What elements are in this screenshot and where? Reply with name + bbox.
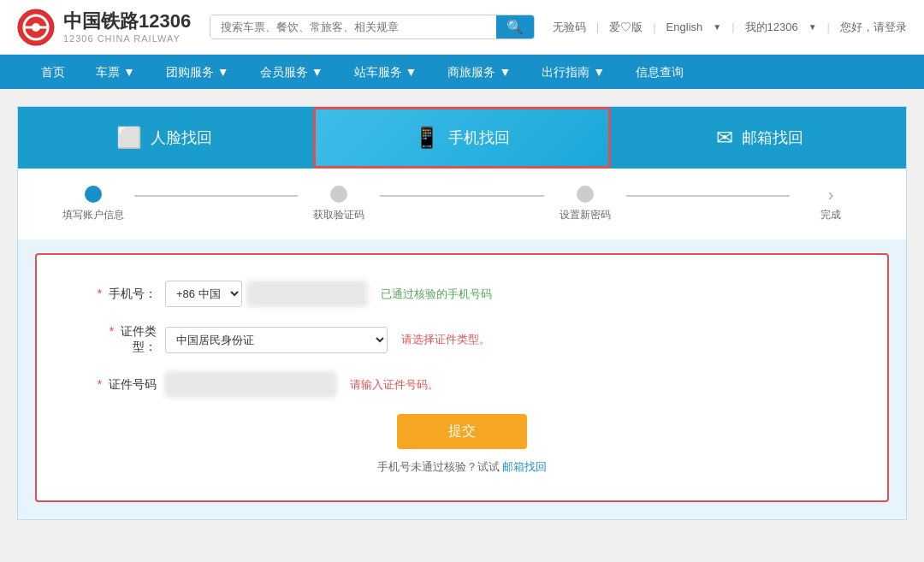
group-arrow-icon: ▼: [217, 55, 229, 89]
submit-button[interactable]: 提交: [397, 414, 527, 449]
header: 中国铁路12306 12306 CHINA RAILWAY 🔍 无验码 | 爱♡…: [0, 0, 924, 55]
nav-item-station[interactable]: 站车服务 ▼: [339, 55, 433, 89]
id-type-required-star: *: [110, 324, 114, 338]
phone-prefix-select[interactable]: +86 中国: [165, 281, 242, 307]
love-link[interactable]: 爱♡版: [609, 20, 643, 35]
footer-hint: 手机号未通过核验？试试 邮箱找回: [377, 459, 548, 475]
footer-hint-prefix: 手机号未通过核验？试试: [377, 460, 500, 473]
id-number-label: * 证件号码: [88, 377, 157, 393]
nav-item-guide[interactable]: 出行指南 ▼: [526, 55, 620, 89]
logo-text: 中国铁路12306 12306 CHINA RAILWAY: [63, 10, 191, 43]
phone-hint: 已通过核验的手机号码: [381, 287, 492, 302]
divider2: |: [653, 21, 655, 33]
id-number-hint: 请输入证件号码。: [350, 377, 439, 393]
id-type-row: * 证件类型： 中国居民身份证 请选择证件类型。: [88, 324, 836, 355]
submit-area: 提交 手机号未通过核验？试试 邮箱找回: [88, 414, 836, 475]
my-account-dropdown-icon[interactable]: ▼: [808, 22, 817, 32]
step-2-label: 获取验证码: [313, 208, 364, 222]
step-line-2: [380, 195, 544, 197]
step-line-1: [134, 195, 299, 197]
nav-item-business[interactable]: 商旅服务 ▼: [432, 55, 526, 89]
search-input[interactable]: [210, 15, 496, 38]
steps-container: 填写账户信息 获取验证码 设置新密码 › 完成: [18, 169, 906, 240]
id-type-input-group: 中国居民身份证 请选择证件类型。: [165, 327, 836, 353]
guide-arrow-icon: ▼: [593, 55, 605, 89]
tab-email-label: 邮箱找回: [742, 127, 803, 148]
tab-phone-label: 手机找回: [448, 127, 510, 148]
form-container: * 手机号： +86 中国 已通过核验的手机号码 * 证件类型： 中国居民身份证: [35, 253, 889, 502]
step-1: 填写账户信息: [52, 186, 134, 222]
email-icon: ✉: [716, 126, 733, 150]
main-content: ⬜ 人脸找回 📱 手机找回 ✉ 邮箱找回 填写账户信息 获取验证码 设置新密码: [17, 106, 907, 520]
id-number-row: * 证件号码 请输入证件号码。: [88, 372, 836, 397]
station-arrow-icon: ▼: [406, 55, 418, 89]
step-line-3: [626, 195, 791, 197]
id-type-label: * 证件类型：: [88, 324, 157, 355]
nav-bar: 首页 车票 ▼ 团购服务 ▼ 会员服务 ▼ 站车服务 ▼ 商旅服务 ▼ 出行指南…: [0, 55, 924, 89]
nav-item-member[interactable]: 会员服务 ▼: [245, 55, 339, 89]
logo-area: 中国铁路12306 12306 CHINA RAILWAY: [17, 9, 191, 46]
tickets-arrow-icon: ▼: [123, 55, 135, 89]
logo-subtitle: 12306 CHINA RAILWAY: [63, 33, 191, 44]
my-12306-link[interactable]: 我的12306: [745, 20, 798, 35]
nav-item-home[interactable]: 首页: [26, 55, 80, 89]
id-type-select[interactable]: 中国居民身份证: [165, 327, 388, 353]
nav-item-info[interactable]: 信息查询: [620, 55, 699, 89]
divider1: |: [596, 21, 599, 33]
member-arrow-icon: ▼: [311, 55, 323, 89]
step-1-label: 填写账户信息: [62, 208, 124, 222]
search-button[interactable]: 🔍: [496, 15, 534, 38]
divider4: |: [827, 21, 830, 33]
id-number-required-star: *: [98, 377, 102, 391]
tab-face-label: 人脸找回: [151, 127, 212, 148]
face-scan-icon: ⬜: [116, 126, 142, 150]
tab-email[interactable]: ✉ 邮箱找回: [614, 107, 906, 169]
phone-icon: 📱: [414, 126, 440, 150]
logo-icon: [17, 9, 55, 46]
step-1-circle: [85, 186, 102, 203]
business-arrow-icon: ▼: [499, 55, 511, 89]
phone-input-group: +86 中国 已通过核验的手机号码: [165, 281, 836, 307]
step-4-circle: ›: [822, 186, 839, 203]
phone-number-input[interactable]: [247, 281, 367, 306]
nav-item-group[interactable]: 团购服务 ▼: [151, 55, 245, 89]
language-link[interactable]: English: [666, 21, 703, 33]
step-2: 获取验证码: [298, 186, 380, 222]
step-3: 设置新密码: [544, 186, 626, 222]
id-number-input[interactable]: [165, 372, 336, 397]
header-right: 无验码 | 爱♡版 | English ▼ | 我的12306 ▼ | 您好，请…: [553, 20, 907, 35]
step-3-label: 设置新密码: [560, 208, 611, 222]
search-box: 🔍: [210, 15, 535, 39]
language-dropdown-icon[interactable]: ▼: [713, 22, 721, 32]
phone-required-star: *: [98, 287, 102, 300]
nav-item-tickets[interactable]: 车票 ▼: [80, 55, 151, 89]
id-number-input-group: 请输入证件号码。: [165, 372, 836, 397]
login-link[interactable]: 您好，请登录: [840, 20, 907, 35]
phone-label: * 手机号：: [88, 287, 157, 302]
no-captcha-link[interactable]: 无验码: [553, 20, 586, 35]
phone-row: * 手机号： +86 中国 已通过核验的手机号码: [88, 281, 836, 307]
divider3: |: [732, 21, 734, 33]
email-recovery-link[interactable]: 邮箱找回: [502, 460, 547, 473]
step-2-circle: [330, 186, 347, 203]
tab-phone[interactable]: 📱 手机找回: [313, 107, 610, 169]
id-type-hint: 请选择证件类型。: [401, 332, 490, 347]
tab-face[interactable]: ⬜ 人脸找回: [18, 107, 310, 169]
step-4: › 完成: [790, 186, 872, 222]
step-3-circle: [577, 186, 594, 203]
logo-title: 中国铁路12306: [63, 10, 191, 33]
step-4-label: 完成: [820, 208, 841, 222]
search-area: 🔍: [191, 15, 553, 39]
recovery-tabs: ⬜ 人脸找回 📱 手机找回 ✉ 邮箱找回: [18, 107, 906, 169]
